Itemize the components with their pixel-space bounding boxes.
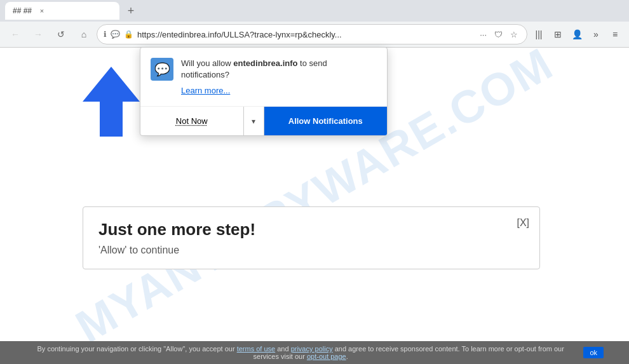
footer: By continuing your navigation or clickin… bbox=[0, 341, 629, 364]
toolbar: ← → ↺ ⌂ ℹ 💬 🔒 https://entedinbrea.info/U… bbox=[0, 22, 629, 47]
not-now-label: Not Now bbox=[176, 116, 208, 126]
step-title: Just one more step! bbox=[98, 220, 524, 239]
step-box: Just one more step! 'Allow' to continue … bbox=[83, 206, 540, 269]
popup-message: Will you allow entedinbrea.info to send … bbox=[181, 58, 377, 81]
forward-button[interactable]: → bbox=[28, 24, 48, 44]
footer-text: By continuing your navigation or clickin… bbox=[25, 345, 576, 360]
info-icon: ℹ bbox=[104, 30, 107, 39]
learn-more-link[interactable]: Learn more... bbox=[181, 86, 230, 95]
privacy-policy-link[interactable]: privacy policy bbox=[291, 345, 333, 353]
lock-icon: 🔒 bbox=[124, 30, 133, 39]
browser-tab[interactable]: ## ## × bbox=[5, 2, 119, 20]
popup-buttons: Not Now ▾ Allow Notifications bbox=[140, 106, 387, 135]
notification-popup: 💬 Will you allow entedinbrea.info to sen… bbox=[140, 47, 388, 136]
popup-site-name: entedinbrea.info bbox=[233, 58, 297, 68]
footer-text-between: and bbox=[275, 345, 290, 353]
bookmarks-icon[interactable]: ||| bbox=[530, 25, 548, 43]
home-button[interactable]: ⌂ bbox=[74, 24, 94, 44]
back-button[interactable]: ← bbox=[5, 24, 25, 44]
tab-title: ## ## bbox=[13, 6, 32, 15]
popup-icon: 💬 bbox=[151, 58, 173, 81]
browser-chrome: ## ## × + ← → ↺ ⌂ ℹ 💬 🔒 https://entedinb… bbox=[0, 0, 629, 48]
popup-body: 💬 Will you allow entedinbrea.info to sen… bbox=[140, 48, 387, 106]
step-subtitle: 'Allow' to continue bbox=[98, 245, 524, 256]
footer-text-before-terms: By continuing your navigation or clickin… bbox=[37, 345, 236, 353]
popup-message-prefix: Will you allow bbox=[181, 58, 233, 68]
allow-notifications-button[interactable]: Allow Notifications bbox=[264, 107, 388, 135]
dropdown-icon: ▾ bbox=[252, 117, 255, 126]
opt-out-link[interactable]: opt-out page bbox=[307, 353, 346, 360]
tab-bar: ## ## × + bbox=[0, 0, 629, 22]
extensions-icon[interactable]: » bbox=[587, 25, 605, 43]
not-now-container: Not Now ▾ bbox=[140, 107, 264, 135]
shield-button[interactable]: 🛡 bbox=[492, 29, 505, 41]
address-bar-actions: ··· 🛡 ☆ bbox=[477, 29, 520, 41]
star-button[interactable]: ☆ bbox=[508, 29, 520, 41]
popup-text: Will you allow entedinbrea.info to send … bbox=[181, 58, 377, 96]
not-now-dropdown-button[interactable]: ▾ bbox=[243, 107, 264, 135]
not-now-button[interactable]: Not Now bbox=[140, 107, 243, 135]
address-text: https://entedinbrea.info/ULLSA?trace-lyn… bbox=[137, 30, 473, 39]
toolbar-right: ||| ⊞ 👤 » ≡ bbox=[530, 25, 624, 43]
chat-icon: 💬 bbox=[111, 30, 120, 39]
step-close-button[interactable]: [X] bbox=[517, 217, 529, 229]
menu-icon[interactable]: ≡ bbox=[606, 25, 624, 43]
footer-ok-button[interactable]: ok bbox=[583, 347, 604, 358]
arrow-shape bbox=[83, 67, 140, 137]
address-bar[interactable]: ℹ 💬 🔒 https://entedinbrea.info/ULLSA?tra… bbox=[97, 24, 527, 44]
history-icon[interactable]: ⊞ bbox=[549, 25, 567, 43]
tab-close-button[interactable]: × bbox=[37, 6, 47, 16]
reload-button[interactable]: ↺ bbox=[51, 24, 71, 44]
terms-of-use-link[interactable]: terms of use bbox=[237, 345, 276, 353]
new-tab-button[interactable]: + bbox=[122, 2, 140, 20]
account-icon[interactable]: 👤 bbox=[568, 25, 586, 43]
footer-text-end: . bbox=[346, 353, 348, 360]
more-button[interactable]: ··· bbox=[477, 29, 489, 41]
